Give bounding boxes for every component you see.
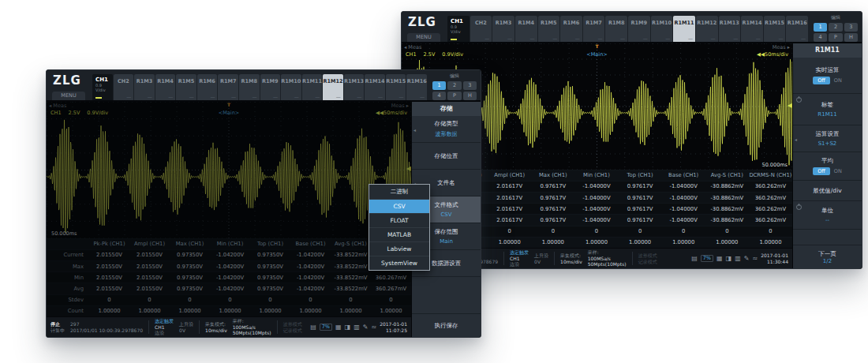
meas-handle-left[interactable]: ◂ Meas [49,103,66,109]
meas-handle-left[interactable]: ◂ Meas [404,44,421,51]
tab-r1m14[interactable]: R1M14— [365,74,385,100]
tab-r1m13[interactable]: R1M13— [719,16,741,42]
tab-r1m11[interactable]: R1M11— [302,74,323,100]
tab-label: R1M5 [176,78,196,84]
edit-button-2[interactable]: 2 [829,23,842,32]
tab-r1m9[interactable]: R1M9— [260,74,281,100]
meas-handle-right[interactable]: Meas ▸ [773,44,790,51]
edit-button-2[interactable]: 2 [447,81,461,90]
tab-r1m8[interactable]: R1M8— [239,74,260,100]
trigger-marker[interactable]: T [227,102,230,107]
popup-option-二进制[interactable]: 二进制 [369,185,429,200]
copy-icon[interactable]: ▦ [335,324,342,331]
tab-r1m3[interactable]: R1M3— [134,74,155,100]
edit-button-4[interactable]: 4 [432,92,446,100]
menu-item-最优值/div[interactable]: 最优值/div [793,181,862,201]
trigger-label[interactable]: 选定触发 [510,249,529,256]
tab-r1m4[interactable]: R1M4— [515,16,537,42]
edit-button-3[interactable]: 3 [463,81,477,90]
trigger-marker[interactable]: T [595,43,598,49]
edit-button-4[interactable]: 4 [814,33,827,42]
tab-r1m10[interactable]: R1M10— [651,16,673,42]
tab-r1m15[interactable]: R1M15— [764,16,786,42]
tab-r1m6[interactable]: R1M6— [560,16,582,42]
toggle-inactive[interactable]: ON [834,168,842,174]
sample-depth: 50Mpts(10Mpts) [233,330,271,336]
cursor-icon[interactable]: ✎ [744,256,750,262]
menu-item-运算设置[interactable]: ◂运算设置S1+S2 [793,125,862,152]
tab-r1m7[interactable]: R1M7— [218,74,238,100]
printer-icon[interactable]: ◨ [345,324,351,331]
edit-button-p[interactable]: P [829,33,842,42]
trigger-label[interactable]: 选定触发 [155,318,174,324]
tab-r1m6[interactable]: R1M6— [197,74,218,100]
table-cell: 0.97350V [170,283,210,294]
tab-r1m12[interactable]: R1M12— [323,74,343,100]
menu-item-存储类型[interactable]: ◂存储类型波形数据 [412,116,481,143]
tab-r1m16[interactable]: R1M16— [406,74,427,100]
tab-ch1[interactable]: CH10.9V/div [92,74,113,100]
tab-r1m16[interactable]: R1M16— [786,16,808,42]
menu-button[interactable]: MENU [52,92,85,100]
tab-ch1[interactable]: CH10.9V/div [447,16,470,42]
tab-r1m13[interactable]: R1M13— [344,74,365,100]
tab-r1m15[interactable]: R1M15— [386,74,406,100]
toggle-active[interactable]: Off [813,77,830,84]
trigger-level-marker[interactable]: ◀ [406,166,411,172]
table-cell: 0 [89,295,129,305]
tab-r1m14[interactable]: R1M14— [741,16,763,42]
toggle-active[interactable]: Off [813,167,830,175]
meas-handle-right[interactable]: Meas ▸ [391,103,409,109]
copy-icon[interactable]: ▦ [716,256,723,262]
tab-r1m11[interactable]: R1M11— [673,16,695,42]
next-page-button[interactable]: 下一页 1/2 [793,245,862,268]
table-cell: 0.97617V [619,182,662,192]
menu-item-平均[interactable]: 平均OffON [793,152,862,181]
table-row: Min2.01550V2.01550V0.97350V-1.04200V0.97… [47,271,411,283]
table-cell: 360.267mV [371,283,411,294]
menu-item-存储位置[interactable]: 存储位置 [412,143,481,170]
edit-button-h[interactable]: H [463,92,477,100]
edit-button-1[interactable]: 1 [432,81,446,90]
tab-r1m5[interactable]: R1M5— [538,16,560,42]
tab-r1m10[interactable]: R1M10— [281,74,301,100]
popup-option-systemview[interactable]: SystemView [369,256,429,270]
menu-item-单位[interactable]: 单位-- [793,201,862,230]
popup-option-labview[interactable]: Labview [369,242,429,256]
tab-r1m3[interactable]: R1M3— [492,16,514,42]
save-icon[interactable]: ▤ [310,324,316,331]
popup-option-float[interactable]: FLOAT [369,214,429,228]
tab-r1m12[interactable]: R1M12— [696,16,718,42]
menu-item-标签[interactable]: 标签R1M11 [793,94,862,125]
screen-icon[interactable]: ▥ [354,324,360,331]
trigger-level-marker[interactable]: ◀ [788,103,792,109]
tab-r1m9[interactable]: R1M9— [628,16,650,42]
toggle-inactive[interactable]: ON [834,77,842,84]
save-icon[interactable]: ▤ [691,256,698,262]
tab-r1m4[interactable]: R1M4— [155,74,176,100]
edit-button-1[interactable]: 1 [814,23,827,32]
printer-icon[interactable]: ◨ [726,256,732,262]
popup-option-csv[interactable]: CSV [369,200,429,214]
execute-save-button[interactable]: 执行保存 [412,313,481,337]
tab-r1m7[interactable]: R1M7— [583,16,605,42]
menu-item-value: CSV [440,211,451,218]
menu-item-实时运算[interactable]: 实时运算OffON [793,58,862,94]
tab-ch2[interactable]: CH2— [114,74,134,100]
cursor-icon[interactable]: ✎ [363,324,369,331]
edit-button-h[interactable]: H [844,33,858,42]
table-cell: 0 [531,226,574,237]
menu-button[interactable]: MENU [407,33,440,42]
run-state[interactable]: 停止 [51,321,65,327]
screen-icon[interactable]: ▥ [735,256,741,262]
column-header: Top (CH1) [619,170,662,181]
acq-mode-label: 采集模式: [205,321,227,327]
edit-button-p[interactable]: P [447,92,461,100]
popup-option-matlab[interactable]: MATLAB [369,228,429,242]
tab-r1m5[interactable]: R1M5— [176,74,196,100]
tab-r1m8[interactable]: R1M8— [605,16,627,42]
wifi-icon[interactable]: ≈ [752,256,758,262]
wifi-icon[interactable]: ≈ [371,324,376,331]
tab-ch2[interactable]: CH2— [470,16,492,42]
edit-button-3[interactable]: 3 [844,23,858,32]
